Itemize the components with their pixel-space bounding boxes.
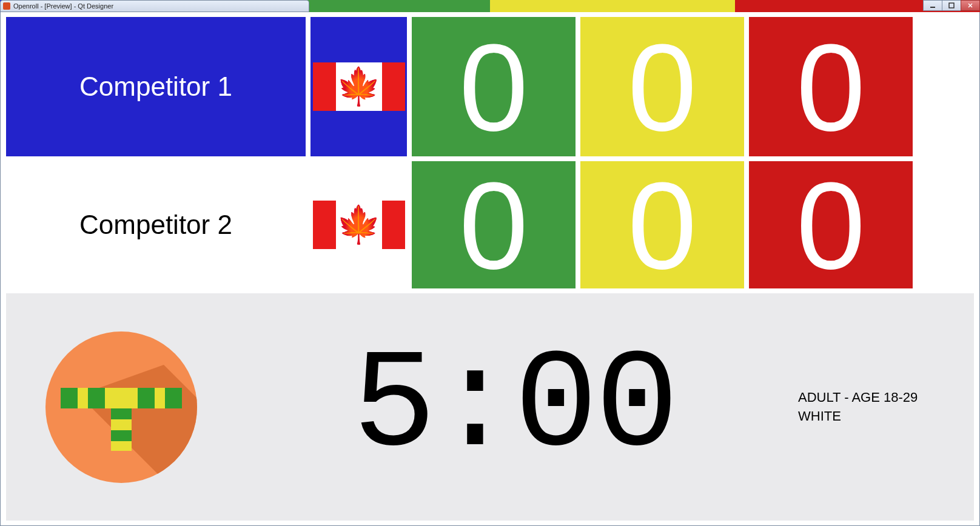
- maximize-button[interactable]: [942, 0, 961, 11]
- svg-rect-8: [138, 388, 155, 408]
- competitor-2-name-cell[interactable]: Competitor 2: [6, 161, 306, 288]
- competitor-2-name: Competitor 2: [79, 210, 232, 240]
- bottom-panel: 5:00 ADULT - AGE 18-29 WHITE: [6, 293, 974, 521]
- svg-rect-6: [61, 388, 78, 408]
- competitor-2-penalties[interactable]: 0: [749, 161, 913, 288]
- window-titlebar[interactable]: Openroll - [Preview] - Qt Designer: [0, 0, 309, 12]
- window-title: Openroll - [Preview] - Qt Designer: [13, 2, 113, 10]
- competitor-2-advantages[interactable]: 0: [580, 161, 744, 288]
- competitor-2-points[interactable]: 0: [412, 161, 576, 288]
- competitor-1-name: Competitor 1: [79, 72, 232, 102]
- competitor-1-name-cell[interactable]: Competitor 1: [6, 17, 306, 156]
- close-button[interactable]: [961, 0, 980, 11]
- division-info: ADULT - AGE 18-29 WHITE: [798, 388, 974, 426]
- svg-rect-12: [111, 430, 132, 441]
- match-timer[interactable]: 5:00: [230, 328, 798, 486]
- minimize-button[interactable]: [923, 0, 942, 11]
- competitor-1-penalties[interactable]: 0: [749, 17, 913, 156]
- window-body: Competitor 1 🍁 0 0 0 Competitor 2 🍁: [0, 12, 980, 526]
- competitor-1-advantages[interactable]: 0: [580, 17, 744, 156]
- window-controls: [924, 0, 980, 12]
- division-age: ADULT - AGE 18-29: [798, 388, 962, 407]
- canada-flag-icon: 🍁: [313, 62, 405, 111]
- svg-rect-11: [111, 408, 132, 419]
- scoreboard: Competitor 1 🍁 0 0 0 Competitor 2 🍁: [6, 17, 974, 288]
- openroll-logo-icon: [42, 328, 200, 486]
- competitor-2-flag-cell[interactable]: 🍁: [310, 161, 407, 288]
- competitor-1-flag-cell[interactable]: 🍁: [310, 17, 407, 156]
- svg-rect-0: [930, 7, 935, 8]
- division-belt: WHITE: [798, 407, 962, 426]
- svg-rect-1: [949, 3, 954, 8]
- svg-rect-7: [88, 388, 105, 408]
- app-icon: [3, 2, 10, 10]
- canada-flag-icon: 🍁: [313, 201, 405, 249]
- svg-rect-5: [61, 388, 182, 408]
- svg-rect-9: [165, 388, 182, 408]
- competitor-1-points[interactable]: 0: [412, 17, 576, 156]
- logo-container: [6, 293, 230, 521]
